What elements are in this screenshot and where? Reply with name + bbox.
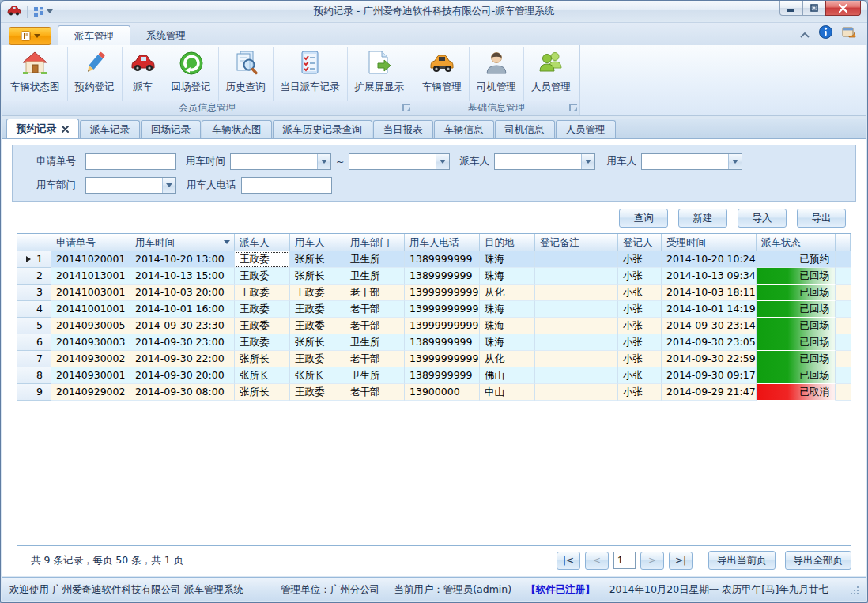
table-cell[interactable]: 从化 (480, 351, 535, 367)
export-all-pages-button[interactable]: 导出全部页 (785, 551, 852, 570)
table-cell[interactable]: 王政委 (290, 285, 345, 301)
table-cell[interactable]: 20141013001 (51, 268, 130, 285)
license-registered-link[interactable]: 【软件已注册】 (526, 583, 595, 597)
table-cell[interactable] (535, 301, 618, 318)
sort-arrow-icon[interactable] (224, 240, 230, 244)
table-cell[interactable]: 13900000 (405, 384, 480, 401)
document-tab[interactable]: 派车记录 (80, 120, 140, 138)
table-cell[interactable] (535, 351, 618, 367)
table-row[interactable]: 4201410010012014-10-01 16:00王政委王政委老干部139… (17, 301, 851, 318)
table-cell[interactable]: 2014-10-01 16:00 (130, 301, 235, 318)
chevron-down-icon[interactable] (317, 154, 330, 169)
dialog-launcher-icon[interactable] (402, 104, 410, 111)
column-header[interactable]: 用车时间 (130, 234, 235, 251)
table-cell[interactable]: 张所长 (235, 384, 290, 401)
document-tab[interactable]: 回场记录 (141, 120, 201, 138)
ribbon-button[interactable]: 车辆管理 (415, 47, 470, 101)
table-cell[interactable]: 小张 (618, 318, 662, 334)
table-cell[interactable]: 卫生所 (345, 268, 405, 285)
ribbon-tab[interactable]: 系统管理 (130, 25, 202, 45)
import-button[interactable]: 导入 (738, 209, 787, 228)
app-menu-button[interactable] (9, 27, 51, 45)
table-cell[interactable]: 王政委 (235, 301, 290, 318)
chevron-down-icon[interactable] (436, 154, 449, 169)
table-cell[interactable]: 老干部 (345, 318, 405, 334)
table-cell[interactable]: 2014-09-30 22:00 (130, 351, 235, 367)
column-header[interactable]: 用车人电话 (405, 234, 480, 251)
column-header[interactable]: 用车人 (290, 234, 345, 251)
document-tab[interactable]: 车辆状态图 (202, 120, 272, 138)
table-cell[interactable]: 王政委 (235, 251, 290, 268)
table-cell[interactable]: 老干部 (345, 285, 405, 301)
table-cell[interactable]: 王政委 (235, 285, 290, 301)
ribbon-button[interactable]: 司机管理 (470, 47, 524, 101)
table-cell[interactable]: 王政委 (235, 268, 290, 285)
table-row[interactable]: 1201410200012014-10-20 13:00王政委张所长卫生所138… (17, 251, 851, 268)
table-cell[interactable]: 佛山 (480, 367, 535, 384)
table-cell[interactable]: 2014-10-13 15:00 (130, 268, 235, 285)
apply-no-input[interactable] (85, 153, 176, 170)
table-cell[interactable]: 2014-09-29 21:47 (662, 384, 757, 401)
ribbon-button[interactable]: 扩展屏显示 (348, 47, 412, 101)
table-cell[interactable] (535, 268, 618, 285)
export-current-page-button[interactable]: 导出当前页 (708, 551, 776, 570)
department-select[interactable] (85, 177, 176, 194)
table-cell[interactable]: 王政委 (290, 384, 345, 401)
table-cell[interactable]: 20140929002 (51, 384, 130, 401)
table-cell[interactable]: 张所长 (290, 367, 345, 384)
chevron-down-icon[interactable] (581, 154, 594, 169)
table-cell[interactable]: 小张 (618, 285, 662, 301)
ribbon-button[interactable]: 历史查询 (219, 47, 274, 101)
column-header[interactable]: 登记人 (618, 234, 662, 251)
table-cell[interactable]: 小张 (618, 367, 662, 384)
chevron-down-icon[interactable] (162, 178, 175, 193)
table-cell[interactable]: 13999999999 (405, 301, 480, 318)
table-cell[interactable]: 从化 (480, 285, 535, 301)
table-cell[interactable] (535, 285, 618, 301)
table-cell[interactable]: 1389999999 (405, 334, 480, 351)
table-cell[interactable]: 老干部 (345, 301, 405, 318)
table-row[interactable]: 8201409300012014-09-30 20:00张所长张所长卫生所138… (17, 367, 851, 384)
column-header[interactable]: 派车人 (235, 234, 290, 251)
collapse-ribbon-icon[interactable] (800, 26, 810, 41)
chevron-down-icon[interactable] (728, 154, 742, 169)
table-cell[interactable] (535, 251, 618, 268)
table-cell[interactable]: 2014-09-30 08:00 (130, 384, 235, 401)
column-header[interactable]: 登记备注 (535, 234, 618, 251)
restore-button[interactable] (802, 1, 825, 16)
new-button[interactable]: 新建 (678, 209, 727, 228)
table-row[interactable]: 6201409300032014-09-30 23:00王政委张所长卫生所138… (17, 334, 851, 351)
table-cell[interactable]: 2014-10-03 20:00 (130, 285, 235, 301)
table-cell[interactable]: 20141003001 (51, 285, 130, 301)
column-header[interactable]: 派车状态 (757, 234, 836, 251)
table-cell[interactable]: 卫生所 (345, 367, 405, 384)
table-cell[interactable] (535, 367, 618, 384)
table-row[interactable]: 2201410130012014-10-13 15:00王政委张所长卫生所138… (17, 268, 851, 285)
use-time-to-select[interactable] (349, 153, 450, 170)
table-cell[interactable]: 小张 (618, 351, 662, 367)
table-cell[interactable]: 卫生所 (345, 334, 405, 351)
table-cell[interactable]: 2014-09-30 09:17 (662, 367, 757, 384)
table-cell[interactable]: 老干部 (345, 351, 405, 367)
table-cell[interactable]: 珠海 (480, 301, 535, 318)
table-cell[interactable]: 小张 (618, 268, 662, 285)
use-time-from-select[interactable] (230, 153, 331, 170)
table-cell[interactable]: 珠海 (480, 334, 535, 351)
table-cell[interactable]: 张所长 (290, 268, 345, 285)
table-cell[interactable] (535, 334, 618, 351)
customize-toolbar-icon[interactable] (33, 6, 53, 17)
table-cell[interactable]: 小张 (618, 334, 662, 351)
column-header[interactable]: 用车部门 (345, 234, 405, 251)
table-cell[interactable]: 1389999999 (405, 251, 480, 268)
table-cell[interactable]: 2014-10-01 14:19 (662, 301, 757, 318)
ribbon-button[interactable]: 车辆状态图 (3, 47, 68, 101)
table-cell[interactable]: 20141020001 (51, 251, 130, 268)
table-cell[interactable]: 2014-09-30 20:00 (130, 367, 235, 384)
table-cell[interactable]: 中山 (480, 384, 535, 401)
first-page-button[interactable]: |< (557, 552, 580, 570)
ribbon-tab[interactable]: 派车管理 (58, 25, 130, 45)
page-number-input[interactable] (613, 552, 636, 569)
prev-page-button[interactable]: < (585, 552, 609, 570)
export-button[interactable]: 导出 (797, 209, 846, 228)
table-cell[interactable]: 小张 (618, 384, 662, 401)
